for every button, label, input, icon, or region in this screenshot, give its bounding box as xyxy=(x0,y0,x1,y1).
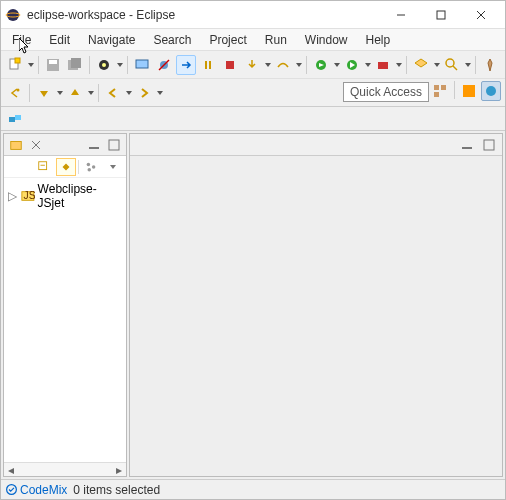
maximize-editor-button[interactable] xyxy=(479,136,499,154)
search-dropdown[interactable] xyxy=(464,63,471,67)
skip-breakpoints-button[interactable] xyxy=(154,55,174,75)
pin-button[interactable] xyxy=(480,55,500,75)
project-explorer-view: ▷ JS Webclipse-JSjet ◂ ▸ xyxy=(3,133,127,477)
back-button[interactable] xyxy=(103,83,123,103)
breadcrumb-toolbar xyxy=(1,107,505,131)
svg-rect-27 xyxy=(441,85,446,90)
link-editor-button[interactable] xyxy=(5,109,25,129)
window-title: eclipse-workspace - Eclipse xyxy=(27,8,381,22)
toolbar-separator xyxy=(475,56,476,74)
svg-text:JS: JS xyxy=(23,190,34,201)
minimize-button[interactable] xyxy=(381,1,421,29)
external-tools-button[interactable] xyxy=(373,55,393,75)
eclipse-icon xyxy=(5,7,21,23)
prev-annotation-dropdown[interactable] xyxy=(56,91,63,95)
project-explorer-tab[interactable] xyxy=(6,136,26,154)
svg-point-0 xyxy=(7,9,19,21)
menu-help[interactable]: Help xyxy=(357,31,400,49)
last-edit-button[interactable] xyxy=(5,83,25,103)
codemix-perspective-button[interactable] xyxy=(459,81,479,101)
check-circle-icon xyxy=(5,483,18,496)
quick-access-box[interactable]: Quick Access xyxy=(343,82,429,102)
menu-file[interactable]: File xyxy=(3,31,40,49)
terminal-dropdown[interactable] xyxy=(116,63,123,67)
svg-rect-26 xyxy=(434,85,439,90)
svg-rect-31 xyxy=(9,117,15,122)
toolbar-separator xyxy=(306,56,307,74)
codemix-status[interactable]: CodeMix xyxy=(5,483,67,497)
svg-rect-17 xyxy=(205,61,207,69)
save-all-button[interactable] xyxy=(65,55,85,75)
expand-arrow-icon[interactable]: ▷ xyxy=(8,189,18,203)
close-button[interactable] xyxy=(461,1,501,29)
maximize-button[interactable] xyxy=(421,1,461,29)
back-dropdown[interactable] xyxy=(125,91,132,95)
svg-rect-45 xyxy=(462,147,472,149)
java-perspective-button[interactable] xyxy=(481,81,501,101)
menu-navigate[interactable]: Navigate xyxy=(79,31,144,49)
filters-button[interactable] xyxy=(81,158,101,176)
view-tab-bar xyxy=(4,134,126,156)
step-into-button[interactable] xyxy=(242,55,262,75)
save-button[interactable] xyxy=(43,55,63,75)
new-button[interactable] xyxy=(5,55,25,75)
menu-search[interactable]: Search xyxy=(144,31,200,49)
view-menu-button[interactable] xyxy=(103,158,123,176)
search-button[interactable] xyxy=(442,55,462,75)
menu-project[interactable]: Project xyxy=(200,31,255,49)
svg-line-24 xyxy=(453,66,457,70)
svg-rect-14 xyxy=(136,60,148,68)
scroll-right-button[interactable]: ▸ xyxy=(112,464,126,476)
svg-rect-18 xyxy=(209,61,211,69)
minimize-editor-button[interactable] xyxy=(457,136,477,154)
external-tools-dropdown[interactable] xyxy=(395,63,402,67)
title-bar: eclipse-workspace - Eclipse xyxy=(1,1,505,29)
svg-rect-11 xyxy=(71,58,81,68)
resume-button[interactable] xyxy=(176,55,196,75)
run-dropdown[interactable] xyxy=(364,63,371,67)
project-tree[interactable]: ▷ JS Webclipse-JSjet xyxy=(4,178,126,462)
terminate-button[interactable] xyxy=(220,55,240,75)
tree-item-label: Webclipse-JSjet xyxy=(38,182,122,210)
forward-dropdown[interactable] xyxy=(156,91,163,95)
next-annotation-button[interactable] xyxy=(65,83,85,103)
prev-annotation-button[interactable] xyxy=(34,83,54,103)
forward-button[interactable] xyxy=(134,83,154,103)
new-dropdown[interactable] xyxy=(27,63,34,67)
step-over-dropdown[interactable] xyxy=(295,63,302,67)
open-type-dropdown[interactable] xyxy=(433,63,440,67)
run-button[interactable] xyxy=(342,55,362,75)
step-over-button[interactable] xyxy=(273,55,293,75)
toolbar-separator xyxy=(89,56,90,74)
menu-edit[interactable]: Edit xyxy=(40,31,79,49)
link-with-editor-button[interactable] xyxy=(56,158,76,176)
terminal-button[interactable] xyxy=(94,55,114,75)
open-type-button[interactable] xyxy=(411,55,431,75)
open-perspective-button[interactable] xyxy=(430,81,450,101)
step-dropdown[interactable] xyxy=(264,63,271,67)
debug-dropdown[interactable] xyxy=(333,63,340,67)
monitor-button[interactable] xyxy=(132,55,152,75)
tree-item[interactable]: ▷ JS Webclipse-JSjet xyxy=(6,181,124,211)
svg-rect-3 xyxy=(437,11,445,19)
scroll-left-button[interactable]: ◂ xyxy=(4,464,18,476)
svg-point-41 xyxy=(92,165,96,169)
horizontal-scrollbar[interactable]: ◂ ▸ xyxy=(4,462,126,476)
svg-point-40 xyxy=(87,162,91,166)
svg-point-42 xyxy=(88,167,92,171)
minimize-view-button[interactable] xyxy=(84,136,104,154)
collapse-all-button[interactable] xyxy=(34,158,54,176)
main-toolbar xyxy=(1,51,505,79)
close-view-button[interactable] xyxy=(26,136,46,154)
toolbar-separator xyxy=(127,56,128,74)
menu-window[interactable]: Window xyxy=(296,31,357,49)
status-bar: CodeMix 0 items selected xyxy=(1,479,505,499)
svg-rect-19 xyxy=(226,61,234,69)
svg-rect-7 xyxy=(15,58,20,63)
maximize-view-button[interactable] xyxy=(104,136,124,154)
workbench: ▷ JS Webclipse-JSjet ◂ ▸ xyxy=(1,131,505,479)
menu-run[interactable]: Run xyxy=(256,31,296,49)
next-annotation-dropdown[interactable] xyxy=(87,91,94,95)
debug-button[interactable] xyxy=(311,55,331,75)
suspend-button[interactable] xyxy=(198,55,218,75)
